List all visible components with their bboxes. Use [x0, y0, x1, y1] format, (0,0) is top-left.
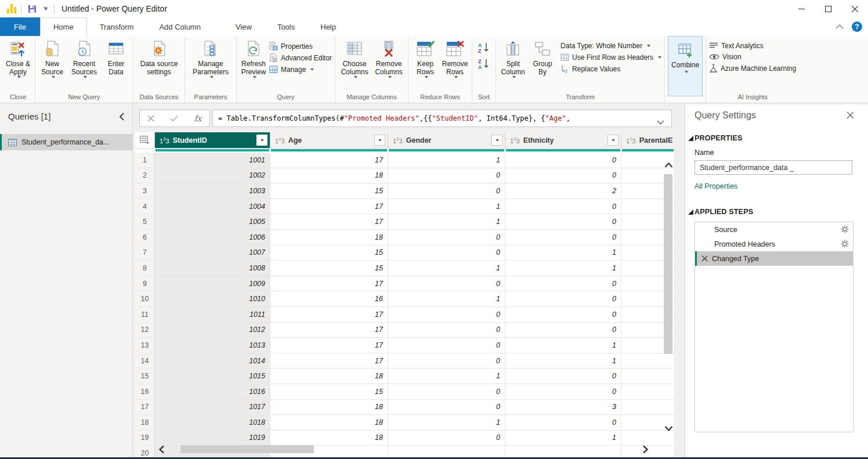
cell[interactable]: 0 — [505, 199, 621, 215]
applied-step-promoted-headers[interactable]: Promoted Headers — [695, 237, 853, 251]
row-number[interactable]: 6 — [135, 230, 155, 245]
azure-ml-button[interactable]: Azure Machine Learning — [709, 64, 796, 73]
remove-columns-button[interactable]: Remove Columns — [372, 38, 405, 78]
advanced-editor-button[interactable]: Advanced Editor — [269, 53, 332, 62]
tab-help[interactable]: Help — [308, 17, 349, 36]
cell[interactable]: 18 — [270, 168, 388, 184]
cell[interactable]: 15 — [270, 261, 388, 276]
row-number[interactable]: 11 — [135, 307, 155, 323]
cell[interactable]: 1 — [388, 199, 505, 215]
vertical-scrollbar[interactable] — [663, 156, 674, 443]
cell[interactable]: 2 — [505, 183, 621, 199]
cell[interactable]: 1016 — [155, 384, 270, 400]
expand-formula-bar-icon[interactable] — [657, 120, 664, 125]
use-first-row-as-headers-button[interactable]: Use First Row as Headers — [560, 53, 661, 62]
enter-data-button[interactable]: Enter Data — [102, 38, 130, 76]
text-analytics-button[interactable]: Text Analytics — [709, 42, 796, 50]
cell[interactable]: 15 — [270, 245, 388, 261]
step-settings-gear-icon[interactable] — [841, 225, 849, 233]
cell[interactable]: 16 — [270, 291, 388, 307]
all-properties-link[interactable]: All Properties — [695, 182, 737, 190]
cell[interactable]: 1006 — [155, 230, 270, 245]
cell[interactable]: 1 — [388, 214, 505, 230]
cell[interactable]: 0 — [505, 368, 621, 384]
cell[interactable]: 1001 — [155, 153, 270, 168]
cell[interactable]: 1008 — [155, 261, 270, 276]
cell[interactable]: 1007 — [155, 245, 270, 261]
cell[interactable]: 1017 — [155, 400, 270, 415]
cell[interactable]: 0 — [505, 168, 621, 184]
data-source-settings-button[interactable]: Data source settings — [136, 38, 182, 76]
refresh-preview-button[interactable]: Refresh Preview — [240, 38, 267, 78]
row-number[interactable]: 3 — [135, 183, 155, 199]
cell[interactable]: 18 — [270, 400, 388, 415]
step-settings-gear-icon[interactable] — [841, 240, 849, 248]
row-number[interactable]: 10 — [135, 291, 155, 307]
cell[interactable]: 1004 — [155, 199, 270, 215]
vertical-scrollbar-thumb[interactable] — [664, 174, 672, 354]
row-number[interactable]: 9 — [135, 276, 155, 292]
cell[interactable]: 0 — [388, 400, 505, 415]
cell[interactable]: 18 — [270, 415, 388, 431]
cell[interactable]: 1012 — [155, 323, 270, 338]
horizontal-scrollbar-thumb[interactable] — [180, 445, 314, 453]
row-number[interactable]: 17 — [135, 400, 155, 415]
tab-file[interactable]: File — [0, 17, 40, 36]
column-header-parentale[interactable]: 123 ParentalE — [621, 132, 675, 149]
keep-rows-button[interactable]: Keep Rows — [411, 38, 439, 78]
combine-button[interactable]: Combine — [668, 36, 703, 96]
cell[interactable]: 0 — [388, 276, 505, 292]
replace-values-button[interactable]: 1 2 Replace Values — [560, 64, 661, 73]
cell[interactable]: 1009 — [155, 276, 270, 292]
row-number[interactable]: 7 — [135, 245, 155, 261]
cancel-formula-icon[interactable] — [147, 115, 154, 122]
column-header-gender[interactable]: 123 Gender — [388, 132, 505, 149]
group-by-button[interactable]: Group By — [529, 38, 556, 76]
cell[interactable]: 17 — [270, 353, 388, 369]
cell[interactable]: 1015 — [155, 368, 270, 384]
cell[interactable]: 1002 — [155, 168, 270, 184]
applied-step-source[interactable]: Source — [695, 222, 853, 237]
collapse-applied-steps-icon[interactable] — [688, 209, 693, 215]
row-number[interactable]: 18 — [135, 415, 155, 431]
tab-add-column[interactable]: Add Column — [146, 17, 214, 36]
cell[interactable]: 1 — [388, 368, 505, 384]
close-and-apply-button[interactable]: Close & Apply — [4, 38, 32, 78]
vision-button[interactable]: Vision — [709, 53, 796, 61]
row-number[interactable]: 2 — [135, 168, 155, 184]
cell[interactable]: 0 — [505, 415, 621, 431]
cell[interactable]: 0 — [505, 276, 621, 292]
sort-ascending-icon[interactable]: A Z — [478, 42, 490, 53]
horizontal-scrollbar[interactable] — [156, 444, 650, 454]
choose-columns-button[interactable]: Choose Columns — [338, 38, 371, 78]
cell[interactable]: 1 — [505, 245, 621, 261]
cell[interactable]: 18 — [270, 230, 388, 245]
cell[interactable]: 0 — [505, 153, 621, 168]
row-number[interactable]: 15 — [135, 368, 155, 384]
split-column-button[interactable]: Split Column — [499, 38, 527, 78]
cell[interactable]: 18 — [270, 368, 388, 384]
cell[interactable]: 0 — [388, 307, 505, 323]
row-number[interactable]: 13 — [135, 338, 155, 353]
cell[interactable]: 17 — [270, 338, 388, 353]
tab-home[interactable]: Home — [40, 17, 87, 36]
help-button[interactable]: ? — [852, 21, 862, 32]
quick-access-dropdown[interactable] — [42, 5, 49, 13]
row-number[interactable]: 16 — [135, 384, 155, 400]
cell[interactable]: 3 — [505, 400, 621, 415]
applied-step-changed-type[interactable]: Changed Type — [695, 251, 853, 266]
row-number[interactable]: 20 — [135, 446, 155, 457]
tab-transform[interactable]: Transform — [87, 17, 147, 36]
commit-formula-icon[interactable] — [170, 115, 178, 122]
row-number[interactable]: 19 — [135, 431, 155, 446]
column-filter-dropdown[interactable] — [607, 135, 619, 146]
cell[interactable]: 0 — [388, 230, 505, 245]
column-filter-dropdown[interactable] — [256, 135, 267, 146]
cell[interactable]: 17 — [270, 153, 388, 168]
query-name-input[interactable] — [695, 160, 852, 175]
manage-button[interactable]: Manage — [269, 65, 332, 74]
row-number[interactable]: 14 — [135, 353, 155, 369]
cell[interactable]: 1 — [505, 261, 621, 276]
query-list-item[interactable]: Student_performance_da... — [0, 134, 132, 150]
minimize-button[interactable] — [788, 0, 815, 17]
